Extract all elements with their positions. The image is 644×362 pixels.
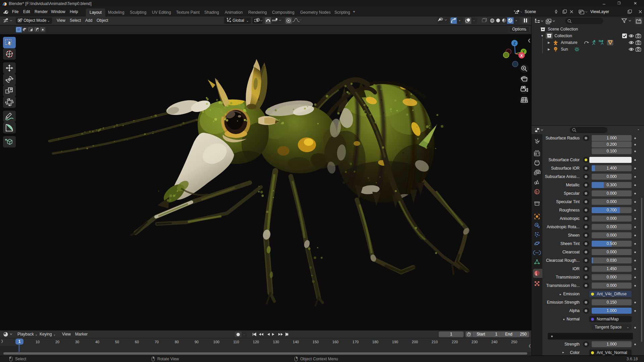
svg-text:X: X: [520, 54, 523, 58]
svg-text:Z: Z: [514, 41, 516, 45]
